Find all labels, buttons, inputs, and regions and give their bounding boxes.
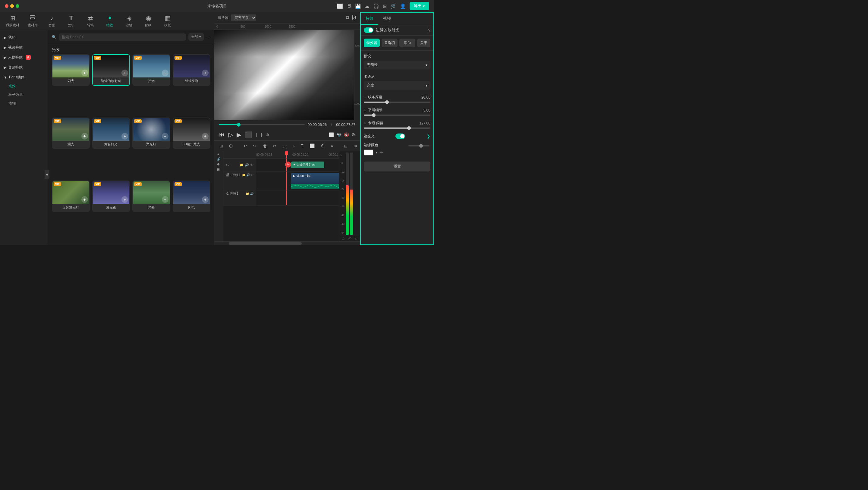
action-tab-prefs[interactable]: 首选项 [381, 38, 398, 47]
sidebar-item-light[interactable]: 光效 [0, 82, 48, 90]
effect-card-3d-lens[interactable]: VIP + 3D镜头炫光 [173, 118, 211, 149]
toolbar-media-lib[interactable]: 🎞 素材库 [27, 15, 38, 27]
screen-icon[interactable]: ⬜ [337, 3, 343, 9]
user-icon[interactable]: 👤 [400, 3, 406, 9]
add-video-track-btn[interactable]: + [214, 152, 223, 156]
split-panel-btn[interactable]: ⊞ [218, 142, 225, 150]
add-effect-stage-light[interactable]: + [121, 133, 128, 140]
action-tab-effects[interactable]: 特效器 [364, 38, 380, 47]
mark-in-icon[interactable]: [ [256, 132, 257, 137]
export-button[interactable]: 导出 ▾ [410, 2, 429, 10]
fx-track-vol-btn[interactable]: 🔊 [245, 163, 249, 167]
toolbar-effects[interactable]: ✦ 特效 [104, 14, 116, 27]
add-effect-3d-lens[interactable]: + [202, 133, 209, 140]
toolbar-audio[interactable]: ♪ 音频 [46, 15, 58, 27]
timeline-scrollbar[interactable] [214, 241, 360, 245]
effect-card-light-leak[interactable]: VIP + 漏光 [52, 118, 90, 149]
save-icon[interactable]: 💾 [355, 3, 361, 9]
action-tab-help[interactable]: 帮助 [399, 38, 415, 47]
add-effect-lightning[interactable]: + [202, 196, 209, 203]
maximize-button[interactable] [16, 4, 19, 8]
sidebar-item-particle[interactable]: 粒子效果 [0, 90, 48, 99]
smooth-detail-slider[interactable] [364, 115, 430, 116]
track-unlink-btn[interactable]: ⊕ [214, 162, 223, 166]
mark-out-icon[interactable]: ] [261, 132, 262, 137]
add-effect-flash[interactable]: + [82, 70, 88, 76]
play-button[interactable]: ▶ [237, 131, 241, 138]
audio-track-vol-btn[interactable]: 🔊 [250, 192, 253, 195]
sidebar-group-video-effects-header[interactable]: ▶ 视频特效 [0, 43, 48, 52]
more-button[interactable]: ··· [207, 34, 210, 40]
more-controls-icon[interactable]: ⊕ [266, 132, 269, 137]
preset-select[interactable]: 无预设 ▾ [364, 61, 430, 69]
line-thickness-handle[interactable] [385, 100, 389, 104]
text-btn[interactable]: T [299, 142, 305, 150]
effect-card-sweep[interactable]: VIP + 扫光 [132, 54, 170, 86]
effect-enable-toggle[interactable] [364, 27, 373, 33]
timer-btn[interactable]: ⏱ [319, 142, 327, 150]
toolbar-filter[interactable]: ◈ 滤镜 [123, 14, 135, 27]
audio-track-folder-btn[interactable]: 📁 [246, 192, 249, 195]
effect-card-laser[interactable]: VIP + 激光束 [92, 181, 130, 212]
effect-clip[interactable]: ✦ 边缘的放射光 [291, 161, 324, 168]
add-effect-edge-glow[interactable]: + [121, 70, 128, 76]
snapshot-icon[interactable]: 📷 [336, 132, 341, 137]
clip-split-btn[interactable]: ⊡ [342, 142, 349, 150]
undo-btn[interactable]: ↩ [242, 142, 249, 150]
crop-btn[interactable]: ⬚ [281, 142, 288, 150]
sidebar-group-audio-header[interactable]: ▶ 音频特效 [0, 63, 48, 72]
progress-bar[interactable] [219, 124, 305, 125]
fx-track-folder-btn[interactable]: 📁 [239, 163, 244, 167]
step-back-button[interactable]: ⏮ [219, 131, 225, 138]
edge-glow-toggle[interactable] [396, 133, 405, 139]
filter-button[interactable]: 全部 ▾ [188, 33, 204, 41]
add-effect-halo[interactable]: + [162, 196, 168, 203]
add-effect-sweep[interactable]: + [162, 70, 168, 76]
add-effect-light-leak[interactable]: + [82, 133, 88, 140]
cloud-icon[interactable]: ☁ [365, 3, 370, 9]
cartoon-select[interactable]: 亮度 ▾ [364, 81, 430, 90]
effect-card-lightning[interactable]: VIP + 闪电 [173, 181, 211, 212]
more-tools-btn[interactable]: » [329, 142, 335, 150]
close-tab-btn[interactable]: 关于 [417, 38, 430, 47]
fx-track-eye-btn[interactable]: 👁 [250, 163, 253, 167]
edge-glow-arrow-icon[interactable]: ❯ [427, 134, 430, 139]
threshold-handle[interactable] [407, 126, 411, 130]
quality-select[interactable]: 完整画质 [231, 14, 256, 21]
fullscreen-icon[interactable]: 🖼 [352, 15, 356, 21]
add-effect-ray-bubble[interactable]: + [202, 70, 209, 76]
effect-question-icon[interactable]: ? [428, 28, 430, 33]
sidebar-collapse-btn[interactable]: ◀ [44, 170, 50, 179]
toolbar-text[interactable]: T 文字 [65, 14, 77, 28]
add-effect-laser[interactable]: + [121, 196, 128, 203]
effect-card-spotlight[interactable]: VIP + 聚光灯 [132, 118, 170, 149]
cart-icon[interactable]: 🛒 [390, 3, 396, 9]
toolbar-transition[interactable]: ⇄ 转场 [84, 14, 96, 27]
scrollbar-thumb[interactable] [229, 242, 302, 245]
redo-btn[interactable]: ↪ [251, 142, 258, 150]
close-button[interactable] [5, 4, 8, 8]
tab-video[interactable]: 视频 [378, 13, 396, 25]
lasso-btn[interactable]: ⬡ [227, 142, 235, 150]
sidebar-group-boris-header[interactable]: ▼ Boris插件 [0, 73, 48, 82]
effect-card-stage-light[interactable]: VIP + 舞台灯光 [92, 118, 130, 149]
smooth-detail-handle[interactable] [372, 113, 375, 117]
screen-mode-icon[interactable]: ⬜ [329, 132, 334, 137]
video-clip[interactable]: ▶ video-miao [291, 173, 339, 189]
audio-off-icon[interactable]: 🔇 [344, 132, 349, 137]
delete-btn[interactable]: 🗑 [261, 142, 269, 150]
detach-btn[interactable]: ⊕ [352, 142, 359, 150]
cut-btn[interactable]: ✂ [271, 142, 278, 150]
effect-card-halo[interactable]: VIP + 光晕 [132, 181, 170, 212]
sidebar-group-my-header[interactable]: ▶ 我的 [0, 33, 48, 42]
headphone-icon[interactable]: 🎧 [373, 3, 379, 9]
add-effect-spotlight[interactable]: + [162, 133, 168, 140]
shape-btn[interactable]: ⬜ [308, 142, 316, 150]
zoom-slider[interactable] [408, 145, 430, 147]
toolbar-template[interactable]: ▦ 模板 [161, 14, 174, 27]
audio-btn[interactable]: ♪ [291, 142, 297, 150]
stop-button[interactable]: ⬛ [245, 131, 252, 138]
minimize-button[interactable] [10, 4, 14, 8]
video-track-folder-btn[interactable]: 📁 [242, 173, 246, 177]
reset-button[interactable]: 重置 [364, 161, 430, 172]
